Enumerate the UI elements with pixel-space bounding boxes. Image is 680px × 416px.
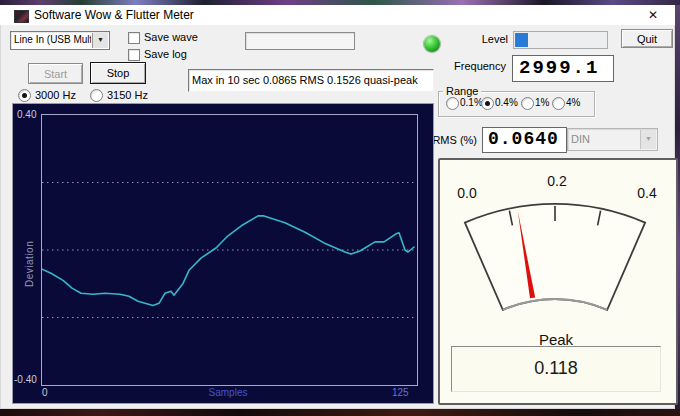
file-path-input[interactable] — [245, 32, 355, 50]
deviation-chart-panel: 0.40 -0.40 Deviation 0 Samples 125 — [12, 103, 434, 404]
app-window: Software Wow & Flutter Meter ✕ Line In (… — [0, 5, 675, 409]
chevron-down-icon: ▼ — [640, 130, 656, 149]
x-min-label: 0 — [42, 387, 48, 398]
level-progress-fill — [515, 33, 528, 47]
range-radio-4-label: 4% — [566, 97, 580, 108]
y-axis-title: Deviation — [24, 215, 35, 287]
range-radio-0_4[interactable] — [481, 97, 494, 110]
input-device-select[interactable]: Line In (USB Multi-Char ▼ — [10, 31, 110, 50]
desktop-bottom-strip — [0, 409, 680, 416]
peak-value-box: 0.118 — [451, 346, 661, 392]
frequency-display: 2999.1 — [512, 55, 614, 82]
radio-3000hz[interactable] — [18, 89, 31, 102]
window-title: Software Wow & Flutter Meter — [34, 5, 194, 25]
range-radio-4[interactable] — [552, 97, 565, 110]
level-progress — [513, 31, 608, 49]
start-button[interactable]: Start — [28, 63, 83, 84]
range-group-legend: Range — [443, 85, 481, 97]
save-wave-label: Save wave — [144, 31, 198, 43]
app-icon — [14, 10, 29, 23]
y-min-label: -0.40 — [14, 374, 37, 385]
peak-meter-panel: 0.0 0.2 0.4 Peak 0.118 — [438, 158, 678, 405]
save-log-checkbox[interactable] — [128, 49, 140, 61]
stop-button[interactable]: Stop — [90, 62, 146, 84]
rms-display: 0.0640 — [482, 127, 567, 153]
led-indicator — [424, 36, 440, 52]
range-radio-0_4-label: 0.4% — [495, 97, 518, 108]
radio-3000hz-label: 3000 Hz — [35, 89, 76, 101]
level-label: Level — [458, 33, 508, 45]
quit-button[interactable]: Quit — [621, 29, 673, 48]
frequency-label: Frequency — [450, 60, 506, 72]
x-axis-title: Samples — [193, 387, 263, 398]
input-device-value: Line In (USB Multi-Char — [14, 33, 91, 47]
weighting-select[interactable]: DIN ▼ — [567, 128, 658, 151]
range-radio-1-label: 1% — [535, 97, 549, 108]
x-max-label: 125 — [392, 387, 416, 398]
range-radio-1[interactable] — [521, 97, 534, 110]
status-display: Max in 10 sec 0.0865 RMS 0.1526 quasi-pe… — [188, 69, 434, 92]
deviation-waveform — [42, 115, 417, 385]
gauge-scale-mid: 0.2 — [537, 173, 577, 189]
range-radio-0_1[interactable] — [446, 97, 459, 110]
gauge-scale-min: 0.0 — [447, 185, 487, 201]
close-icon: ✕ — [648, 8, 658, 22]
range-radio-0_1-label: 0.1% — [460, 97, 483, 108]
rms-label: RMS (%) — [427, 134, 477, 146]
close-button[interactable]: ✕ — [639, 5, 667, 25]
radio-3150hz-label: 3150 Hz — [107, 89, 148, 101]
weighting-value: DIN — [571, 130, 639, 148]
gauge-scale-max: 0.4 — [627, 185, 667, 201]
peak-value: 0.118 — [452, 347, 660, 390]
save-log-label: Save log — [144, 48, 187, 60]
title-bar[interactable]: Software Wow & Flutter Meter ✕ — [0, 5, 675, 25]
radio-3150hz[interactable] — [90, 89, 103, 102]
y-max-label: 0.40 — [17, 109, 36, 120]
save-wave-checkbox[interactable] — [128, 32, 140, 44]
plot-area — [41, 114, 418, 386]
chevron-down-icon[interactable]: ▼ — [92, 33, 108, 48]
